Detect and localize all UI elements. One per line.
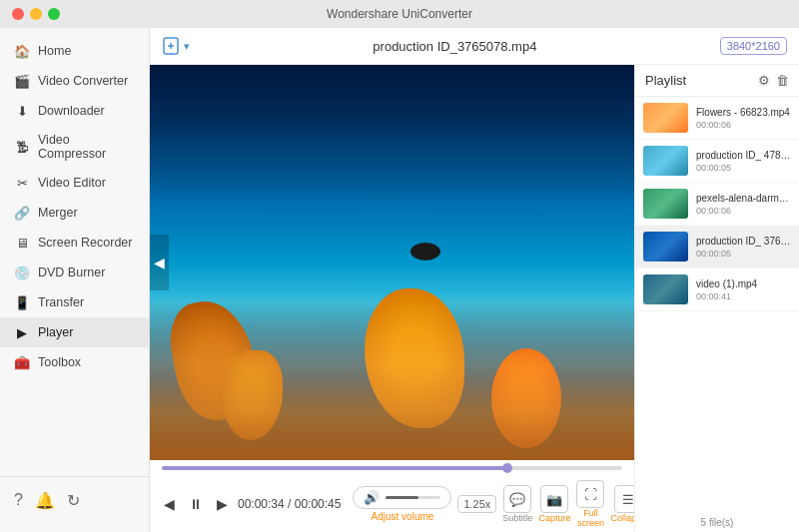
notifications-icon[interactable]: 🔔 [35,491,55,510]
sidebar-item-screen-recorder[interactable]: 🖥 Screen Recorder [0,228,149,258]
playlist-item-name-5: video (1).mp4 [696,278,791,289]
playlist-title: Playlist [645,73,686,88]
playlist-item-duration-4: 00:00:05 [696,249,791,259]
video-area: ◀ ◀ ⏸ ▶ 00:00:34 / 00:00:45 [150,65,634,532]
player-main: ◀ ◀ ⏸ ▶ 00:00:34 / 00:00:45 [150,65,799,532]
playlist-info-4: production ID_ 3765078.mp4 00:00:05 [696,236,791,259]
volume-icon: 🔊 [364,490,380,505]
volume-slider[interactable] [386,496,440,499]
editor-icon: ✂ [14,175,30,191]
add-file-icon [162,36,182,56]
video-wrapper[interactable]: ◀ [150,65,634,460]
maximize-button[interactable] [48,8,60,20]
sidebar-item-video-converter[interactable]: 🎬 Video Converter [0,66,149,96]
sidebar-item-video-editor[interactable]: ✂ Video Editor [0,168,149,198]
time-display: 00:00:34 / 00:00:45 [238,497,341,511]
resolution-badge: 3840*2160 [720,37,787,55]
screen-recorder-icon: 🖥 [14,235,30,251]
help-icon[interactable]: ? [14,491,23,510]
playlist-info-5: video (1).mp4 00:00:41 [696,278,791,301]
playlist-delete-icon[interactable]: 🗑 [776,73,789,88]
subtitle-button[interactable]: 💬 [503,485,531,513]
fullscreen-group: ⛶ Full screen [576,480,604,528]
player-header: ▾ production ID_3765078.mp4 3840*2160 [150,28,799,65]
subtitle-label: Subtitle [502,513,532,523]
sidebar-bottom: ? 🔔 ↻ [0,476,149,524]
filename-display: production ID_3765078.mp4 [200,39,710,54]
coral-overlay [150,223,634,460]
transfer-icon: 📱 [14,294,30,310]
sync-icon[interactable]: ↻ [67,491,80,510]
playlist-item[interactable]: Flowers - 66823.mp4 00:00:06 [635,97,799,140]
playlist-item[interactable]: production ID_ 4782485.mp4 00:00:05 [635,140,799,183]
playlist-item-name-4: production ID_ 3765078.mp4 [696,236,791,247]
collapse-button[interactable]: ☰ [614,485,634,513]
play-button[interactable]: ▶ [213,494,232,514]
video-frame [150,65,634,460]
main-layout: 🏠 Home 🎬 Video Converter ⬇ Downloader 🗜 … [0,28,799,532]
volume-group-wrapper: 🔊 Adjust volume [353,486,451,522]
player-icon: ▶ [14,324,30,340]
playlist-count: 5 file(s) [635,513,799,532]
add-file-area: ▾ [162,36,190,56]
add-file-button[interactable]: ▾ [162,36,190,56]
playlist-item-duration-2: 00:00:05 [696,163,791,173]
controls-row: ◀ ⏸ ▶ 00:00:34 / 00:00:45 🔊 Adjust [150,474,634,532]
minimize-button[interactable] [30,8,42,20]
sidebar-item-downloader[interactable]: ⬇ Downloader [0,96,149,126]
playlist: Playlist ⚙ 🗑 Flowers - 66823.mp4 00:00:0… [634,65,799,532]
progress-bar-container [150,460,634,474]
playlist-item-duration-3: 00:00:06 [696,206,791,216]
progress-track[interactable] [162,466,622,470]
dvd-icon: 💿 [14,265,30,280]
app-title: Wondershare UniConverter [327,7,472,21]
playlist-info-2: production ID_ 4782485.mp4 00:00:05 [696,150,791,173]
speed-group: 1.25x [457,495,496,513]
sidebar-item-merger[interactable]: 🔗 Merger [0,198,149,228]
progress-thumb [502,463,512,473]
sidebar-item-video-compressor[interactable]: 🗜 Video Compressor [0,126,149,168]
playlist-items: Flowers - 66823.mp4 00:00:06 production … [635,97,799,513]
compressor-icon: 🗜 [14,139,30,155]
capture-label: Capture [538,513,570,523]
collapse-label: Collapse [610,513,634,523]
titlebar: Wondershare UniConverter [0,0,799,28]
playlist-thumb-2 [643,146,688,176]
adjust-volume-label: Adjust volume [372,511,434,522]
collapse-icon: ☰ [622,492,634,507]
playlist-collapse-arrow[interactable]: ◀ [150,235,169,290]
progress-fill [162,466,507,470]
merger-icon: 🔗 [14,205,30,221]
sidebar-item-player[interactable]: ▶ Player [0,317,149,347]
fullscreen-button[interactable]: ⛶ [576,480,604,508]
playlist-info-1: Flowers - 66823.mp4 00:00:06 [696,107,791,130]
speed-button[interactable]: 1.25x [457,495,496,513]
collapse-group: ☰ Collapse [610,485,634,523]
subtitle-icon: 💬 [509,492,525,507]
playlist-thumb-3 [643,189,688,219]
playlist-item-duration-1: 00:00:06 [696,120,791,130]
playlist-item-name-1: Flowers - 66823.mp4 [696,107,791,118]
pause-button[interactable]: ⏸ [185,494,207,514]
playlist-item-active[interactable]: production ID_ 3765078.mp4 00:00:05 [635,226,799,268]
previous-button[interactable]: ◀ [160,494,179,514]
playlist-header-icons: ⚙ 🗑 [758,73,789,88]
sidebar-item-home[interactable]: 🏠 Home [0,36,149,66]
close-button[interactable] [12,8,24,20]
dropdown-arrow-icon: ▾ [184,40,190,53]
playlist-item[interactable]: pexels-alena-darmel-...0 (7).mp4 00:00:0… [635,183,799,226]
playlist-thumb-5 [643,274,688,304]
capture-button[interactable]: 📷 [540,485,568,513]
sidebar-item-toolbox[interactable]: 🧰 Toolbox [0,347,149,377]
playlist-item[interactable]: video (1).mp4 00:00:41 [635,268,799,311]
playlist-thumb-4 [643,232,688,262]
capture-icon: 📷 [546,492,562,507]
sidebar-item-dvd-burner[interactable]: 💿 DVD Burner [0,258,149,287]
fullscreen-icon: ⛶ [584,487,597,502]
playlist-item-duration-5: 00:00:41 [696,291,791,301]
sidebar-item-transfer[interactable]: 📱 Transfer [0,287,149,317]
playlist-settings-icon[interactable]: ⚙ [758,73,770,88]
window-controls [12,8,60,20]
playlist-thumb-1 [643,103,688,133]
sidebar-bottom-icons: ? 🔔 ↻ [0,485,149,516]
